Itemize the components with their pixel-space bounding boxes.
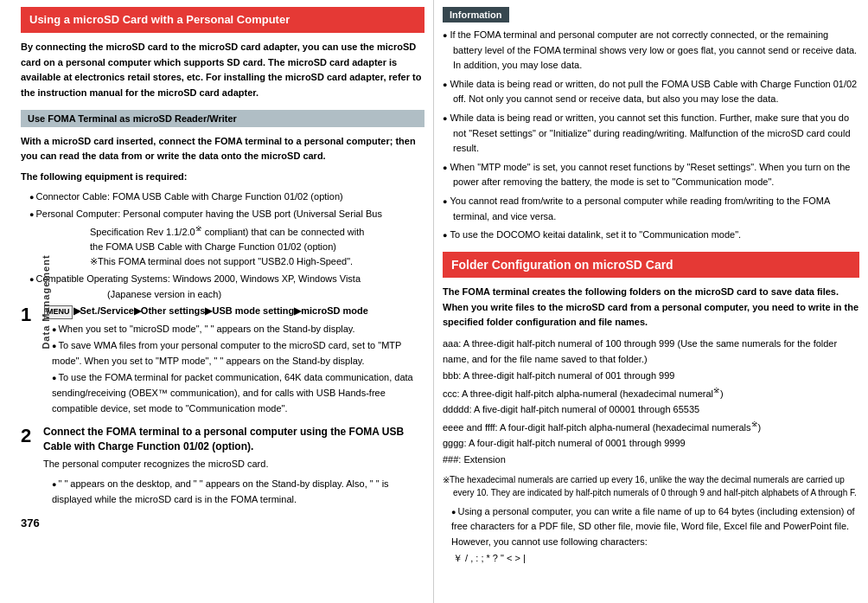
folder-title: Folder Configuration on microSD Card — [443, 252, 859, 278]
info-item-6: To use the DOCOMO keitai datalink, set i… — [443, 228, 859, 243]
step2-text: The personal computer recognizes the mic… — [43, 457, 424, 472]
left-panel: Data Management Using a microSD Card wit… — [0, 0, 434, 603]
step2-number: 2 — [21, 427, 40, 446]
folder-row-ext: ###: Extension — [443, 452, 859, 468]
step1-row: 1 MENU▶Set./Service▶Other settings▶USB m… — [21, 304, 424, 418]
step1-bullet3: To use the FOMA terminal for packet comm… — [43, 370, 424, 416]
step1-number: 1 — [21, 305, 40, 324]
right-panel: Information If the FOMA terminal and per… — [434, 0, 868, 603]
folder-row-eeee: eeee and ffff: A four-digit half-pitch a… — [443, 418, 859, 435]
step2-title: Connect the FOMA terminal to a personal … — [43, 425, 424, 454]
info-item-3: While data is being read or written, you… — [443, 111, 859, 157]
bullet-connector: Connector Cable: FOMA USB Cable with Cha… — [29, 189, 424, 205]
folder-row-ddddd: ddddd: A five-digit half-pitch numeral o… — [443, 401, 859, 418]
step1-bullet1: When you set to "microSD mode", " " appe… — [43, 322, 424, 337]
bullet-os: Compatible Operating Systems: Windows 20… — [29, 272, 424, 302]
step1-bullet2: To save WMA files from your personal com… — [43, 338, 424, 369]
step1-content: MENU▶Set./Service▶Other settings▶USB mod… — [43, 304, 424, 418]
step2-bullet1: " " appears on the desktop, and " " appe… — [43, 477, 424, 507]
step2-content: Connect the FOMA terminal to a personal … — [43, 425, 424, 509]
folder-row-aaa: aaa: A three-digit half-pitch numeral of… — [443, 336, 859, 368]
sub-intro1: With a microSD card inserted, connect th… — [21, 134, 424, 164]
page-number: 376 — [21, 516, 424, 529]
step2-row: 2 Connect the FOMA terminal to a persona… — [21, 425, 424, 509]
info-item-1: If the FOMA terminal and personal comput… — [443, 28, 859, 74]
step1-path: Set./Service▶Other settings▶USB mode set… — [80, 305, 368, 316]
folder-row-bbb: bbb: A three-digit half-pitch numeral of… — [443, 368, 859, 384]
info-item-2: While data is being read or written, do … — [443, 77, 859, 107]
folder-row-ccc: ccc: A three-digit half-pitch alpha-nume… — [443, 384, 859, 401]
main-title: Using a microSD Card with a Personal Com… — [21, 7, 424, 33]
folder-intro: The FOMA terminal creates the following … — [443, 285, 859, 330]
folder-chars: ￥ / , : ; * ? " < > | — [453, 551, 859, 567]
bullet-pc: Personal Computer: Personal computer hav… — [29, 207, 424, 270]
sub-title: Use FOMA Terminal as microSD Reader/Writ… — [21, 110, 424, 127]
info-title: Information — [443, 7, 509, 22]
info-item-5: You cannot read from/write to a personal… — [443, 194, 859, 224]
folder-row-gggg: gggg: A four-digit half-pitch numeral of… — [443, 435, 859, 452]
info-list: If the FOMA terminal and personal comput… — [443, 28, 859, 243]
info-item-4: When "MTP mode" is set, you cannot reset… — [443, 160, 859, 190]
step1-title: MENU▶Set./Service▶Other settings▶USB mod… — [43, 304, 424, 319]
sub-intro2: The following equipment is required: — [21, 170, 424, 185]
folder-note: ※The hexadecimal numerals are carried up… — [443, 473, 859, 499]
intro-text: By connecting the microSD card to the mi… — [21, 40, 424, 100]
folder-bullet: Using a personal computer, you can write… — [443, 504, 859, 550]
folder-list: aaa: A three-digit half-pitch numeral of… — [443, 336, 859, 468]
vertical-label: Data Management — [41, 254, 51, 349]
